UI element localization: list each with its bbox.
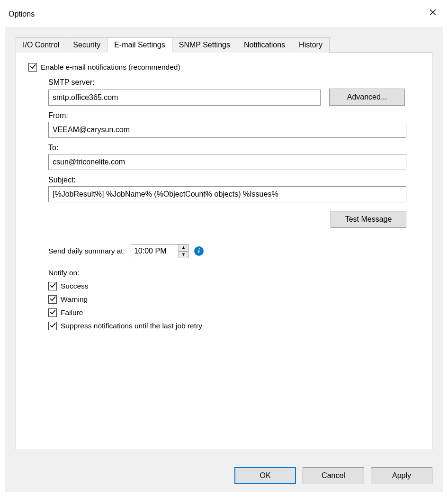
- checkmark-icon: [50, 282, 56, 290]
- cancel-button[interactable]: Cancel: [303, 467, 364, 484]
- notify-suppress-label: Suppress notifications until the last jo…: [61, 322, 202, 330]
- spinner-down-button[interactable]: ▼: [179, 252, 188, 258]
- dialog-body: I/O Control Security E-mail Settings SNM…: [5, 27, 443, 492]
- summary-time-input[interactable]: [131, 244, 179, 258]
- tab-security[interactable]: Security: [66, 37, 108, 53]
- tab-notifications[interactable]: Notifications: [237, 37, 292, 53]
- tab-panel-email: Enable e-mail notifications (recommended…: [16, 52, 432, 450]
- test-row: Test Message: [48, 211, 406, 228]
- summary-time-spinner: ▲ ▼: [131, 244, 188, 258]
- from-input[interactable]: [48, 122, 406, 138]
- dialog-footer: OK Cancel Apply: [234, 467, 432, 484]
- options-dialog: Options I/O Control Security E-mail Sett…: [0, 0, 448, 497]
- info-icon[interactable]: i: [194, 246, 204, 256]
- smtp-input[interactable]: [48, 90, 321, 106]
- notify-suppress-row: Suppress notifications until the last jo…: [48, 322, 420, 330]
- notify-failure-row: Failure: [48, 308, 420, 317]
- close-button[interactable]: [422, 5, 443, 20]
- notify-success-label: Success: [61, 282, 89, 290]
- checkmark-icon: [30, 63, 36, 72]
- ok-button[interactable]: OK: [234, 467, 296, 484]
- email-form: SMTP server: Advanced... From: To: Subje…: [48, 78, 420, 330]
- notify-success-row: Success: [48, 282, 420, 290]
- to-input[interactable]: [48, 154, 406, 170]
- notify-on-label: Notify on:: [48, 269, 420, 277]
- to-label: To:: [48, 144, 420, 152]
- tab-history[interactable]: History: [292, 37, 330, 53]
- spinner-buttons: ▲ ▼: [179, 244, 188, 258]
- enable-email-row: Enable e-mail notifications (recommended…: [28, 63, 420, 72]
- summary-row: Send daily summary at: ▲ ▼ i: [48, 244, 420, 258]
- subject-input[interactable]: [48, 186, 406, 202]
- test-message-button[interactable]: Test Message: [331, 211, 406, 228]
- tab-snmp-settings[interactable]: SNMP Settings: [172, 37, 237, 53]
- window-title: Options: [9, 7, 35, 18]
- notify-warning-label: Warning: [61, 295, 88, 304]
- tab-email-settings[interactable]: E-mail Settings: [107, 37, 172, 53]
- tab-strip: I/O Control Security E-mail Settings SNM…: [16, 37, 432, 53]
- from-label: From:: [48, 111, 420, 120]
- subject-label: Subject:: [48, 176, 420, 184]
- notify-success-checkbox[interactable]: [48, 282, 57, 290]
- chevron-up-icon: ▲: [181, 245, 186, 250]
- smtp-row: Advanced...: [48, 89, 420, 106]
- notify-suppress-checkbox[interactable]: [48, 322, 57, 330]
- advanced-button[interactable]: Advanced...: [329, 89, 405, 106]
- apply-button[interactable]: Apply: [371, 467, 432, 484]
- enable-email-checkbox[interactable]: [28, 63, 37, 72]
- titlebar: Options: [0, 0, 448, 23]
- spinner-up-button[interactable]: ▲: [179, 244, 188, 252]
- checkmark-icon: [50, 295, 56, 304]
- chevron-down-icon: ▼: [181, 253, 186, 257]
- notify-warning-row: Warning: [48, 295, 420, 304]
- notify-failure-label: Failure: [61, 308, 83, 317]
- close-icon: [430, 9, 436, 17]
- checkmark-icon: [50, 322, 56, 330]
- notify-warning-checkbox[interactable]: [48, 295, 57, 304]
- checkmark-icon: [50, 308, 56, 317]
- enable-email-label: Enable e-mail notifications (recommended…: [41, 63, 180, 72]
- tab-io-control[interactable]: I/O Control: [16, 37, 66, 53]
- notify-failure-checkbox[interactable]: [48, 308, 57, 317]
- smtp-label: SMTP server:: [48, 78, 420, 87]
- notify-block: Notify on: Success Warning: [48, 269, 420, 330]
- summary-label: Send daily summary at:: [48, 247, 125, 255]
